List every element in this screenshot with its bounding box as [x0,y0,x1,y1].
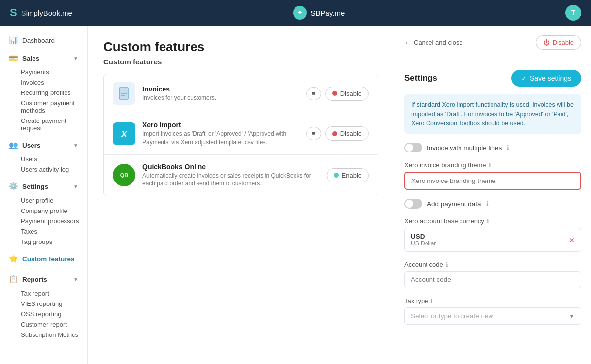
sidebar-item-oss-reporting[interactable]: OSS reporting [0,309,87,319]
divider-top [394,60,591,60]
feature-name-quickbooks: QuickBooks Online [142,163,320,171]
feature-desc-xero: Import invoices as 'Draft' or 'Approved'… [142,130,299,147]
sidebar-reports-label: Reports [22,276,47,283]
sidebar-sales-label: Sales [22,55,39,62]
add-payment-data-label: Add payment data [427,200,481,208]
qb-label: QB [120,172,129,178]
feature-name-invoices: Invoices [142,85,299,93]
power-icon: ⏻ [543,39,550,46]
chevron-down-select-icon: ▼ [569,313,575,320]
xero-branding-input[interactable] [404,172,581,190]
invoices-settings-button[interactable]: ≡ [306,87,321,100]
account-code-label: Account code ℹ [404,261,581,268]
currency-clear-button[interactable]: ✕ [569,236,575,244]
sidebar-item-recurring[interactable]: Recurring profiles [0,88,87,98]
panel-topbar: ← Cancel and close ⏻ Disable [404,35,581,50]
sidebar-item-custom-features[interactable]: ⭐ Custom features [0,250,87,268]
chevron-down-icon-users: ▼ [73,143,78,148]
sidebar-item-settings[interactable]: ⚙️ Settings ▼ [0,178,87,195]
sidebar-item-tax-report[interactable]: Tax report [0,288,87,299]
sidebar-item-user-profile[interactable]: User profile [0,195,87,206]
check-icon: ✓ [521,74,527,82]
info-icon-account-code[interactable]: ℹ [446,261,448,268]
xero-disable-button[interactable]: Disable [325,126,369,141]
add-payment-data-toggle[interactable] [404,199,422,209]
sidebar-item-reports[interactable]: 📋 Reports ▼ [0,271,87,288]
sbpay-logo: ✦ SBPay.me [293,6,345,20]
account-code-input[interactable] [404,271,581,288]
tax-type-field-group: Tax type ℹ Select or type to create new … [404,297,581,325]
feature-info-quickbooks: QuickBooks Online Automatically create i… [142,163,320,188]
base-currency-input[interactable]: USD US Dollar ✕ [404,228,581,252]
save-settings-button[interactable]: ✓ Save settings [511,70,581,87]
sidebar-dashboard-label: Dashboard [22,37,55,44]
sidebar-item-invoices[interactable]: Invoices [0,77,87,88]
sidebar-item-payment-processors[interactable]: Payment processors [0,216,87,226]
sbpay-label: SBPay.me [311,9,345,17]
feature-name-xero: Xero Import [142,121,299,129]
feature-card-quickbooks: QB QuickBooks Online Automatically creat… [104,155,378,196]
info-icon-currency[interactable]: ℹ [487,218,489,225]
info-icon-tax-type[interactable]: ℹ [430,298,433,304]
user-avatar[interactable]: T [565,5,581,21]
sidebar-item-customer-payment[interactable]: Customer payment methods [0,98,87,116]
sidebar-item-subscription-metrics[interactable]: Subscription Metrics [0,330,87,340]
cancel-close-button[interactable]: ← Cancel and close [404,39,463,46]
sidebar-item-taxes[interactable]: Taxes [0,226,87,237]
panel-disable-button[interactable]: ⏻ Disable [536,35,581,50]
feature-actions-invoices: ≡ Disable [306,87,369,101]
xero-settings-button[interactable]: ≡ [306,127,321,140]
xero-branding-label: Xero invoice branding theme ℹ [404,161,581,169]
currency-code: USD [411,233,436,240]
feature-card-xero: x Xero Import Import invoices as 'Draft'… [104,113,378,155]
info-icon-branding[interactable]: ℹ [489,162,491,169]
invoices-disable-button[interactable]: Disable [325,87,369,101]
feature-icon-xero: x [113,122,135,145]
sidebar-item-users-list[interactable]: Users [0,154,87,164]
sidebar-item-company-profile[interactable]: Company profile [0,206,87,216]
sidebar-item-sales[interactable]: 💳 Sales ▼ [0,49,87,67]
main-content: Custom features Custom features Invoices… [88,26,394,364]
settings-icon: ⚙️ [9,182,18,191]
panel-settings-header: Settings ✓ Save settings [404,70,581,87]
sidebar-item-vies-reporting[interactable]: VIES reporting [0,299,87,309]
quickbooks-enable-button[interactable]: Enable [327,168,369,182]
info-icon-payment-data[interactable]: ℹ [486,200,489,207]
custom-features-icon: ⭐ [9,254,18,263]
sidebar-item-dashboard[interactable]: 📊 Dashboard [0,31,87,49]
feature-card-invoices: Invoices Invoices for your customers. ≡ … [104,74,378,113]
feature-icon-invoices [113,82,135,105]
topnav: S SimplyBook.me ✦ SBPay.me T [0,0,591,26]
xero-branding-section-label: Xero invoice branding theme [404,161,486,169]
feature-desc-invoices: Invoices for your customers. [142,94,299,102]
sidebar-item-tag-groups[interactable]: Tag groups [0,237,87,247]
feature-desc-quickbooks: Automatically create invoices or sales r… [142,172,320,188]
info-box: If standard Xero import functionality is… [404,94,581,134]
sidebar-item-activity-log[interactable]: Users activity log [0,164,87,175]
invoice-multiple-lines-toggle[interactable] [404,143,422,152]
account-code-label-text: Account code [404,261,443,268]
sidebar-item-payments[interactable]: Payments [0,67,87,77]
sidebar-item-users[interactable]: 👥 Users ▼ [0,136,87,154]
users-icon: 👥 [9,141,18,150]
info-icon-multiple-lines[interactable]: ℹ [507,144,509,151]
xero-x-label: x [121,128,127,139]
feature-info-xero: Xero Import Import invoices as 'Draft' o… [142,121,299,147]
save-settings-label: Save settings [530,74,571,82]
sliders-icon-xero: ≡ [312,130,316,137]
sidebar-item-customer-report[interactable]: Customer report [0,319,87,330]
sidebar-settings-label: Settings [22,183,48,190]
sbpay-icon: ✦ [293,6,307,20]
logo[interactable]: S SimplyBook.me [10,6,72,19]
tax-type-label: Tax type ℹ [404,297,581,304]
tax-type-placeholder: Select or type to create new [411,312,493,320]
feature-info-invoices: Invoices Invoices for your customers. [142,85,299,102]
base-currency-label: Xero account base currency ℹ [404,217,581,225]
base-currency-label-text: Xero account base currency [404,217,484,225]
sidebar-item-create-payment[interactable]: Create payment request [0,116,87,133]
reports-icon: 📋 [9,275,18,284]
invoice-multiple-lines-row: Invoice with multiple lines ℹ [404,143,581,152]
disable-dot-xero-icon [332,131,337,136]
tax-type-select[interactable]: Select or type to create new ▼ [404,307,581,325]
logo-icon: S [10,6,17,19]
